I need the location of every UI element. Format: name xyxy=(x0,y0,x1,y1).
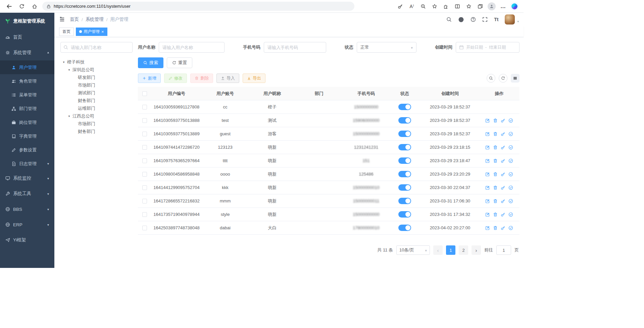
sidebar-item-bbs[interactable]: BBS xyxy=(0,201,54,217)
tree-node[interactable]: 财务部门 xyxy=(60,128,133,135)
password-key-icon[interactable] xyxy=(395,1,405,11)
status-toggle[interactable] xyxy=(398,144,411,150)
row-edit-icon[interactable] xyxy=(485,158,490,163)
zoom-icon[interactable] xyxy=(418,1,428,11)
tree-node[interactable]: 市场部门 xyxy=(60,81,133,89)
caret-down-icon[interactable] xyxy=(67,114,71,118)
row-checkbox[interactable] xyxy=(142,118,147,123)
tree-node[interactable]: 测试部门 xyxy=(60,89,133,97)
copilot-icon[interactable] xyxy=(509,1,519,11)
row-checkbox[interactable] xyxy=(142,105,147,109)
status-toggle[interactable] xyxy=(398,198,411,204)
tree-node[interactable]: 深圳总公司 xyxy=(60,66,133,74)
search-button[interactable]: 搜索 xyxy=(138,57,163,68)
row-reset-password-icon[interactable] xyxy=(501,212,505,217)
row-delete-icon[interactable] xyxy=(493,118,498,123)
row-delete-icon[interactable] xyxy=(493,132,498,136)
back-button[interactable] xyxy=(4,1,14,11)
goto-page-input[interactable] xyxy=(496,245,511,255)
sidebar-item-system[interactable]: 系统管理 xyxy=(0,45,54,60)
date-range-picker[interactable]: 开始日期 - 结束日期 xyxy=(456,42,519,53)
row-assign-role-icon[interactable] xyxy=(508,158,513,163)
breadcrumb-system[interactable]: 系统管理 xyxy=(86,16,104,22)
url-text[interactable]: https://ccnetcore.com:1101/system/user xyxy=(54,4,131,9)
status-toggle[interactable] xyxy=(398,117,411,124)
next-page-button[interactable] xyxy=(472,245,481,255)
row-checkbox[interactable] xyxy=(142,185,147,190)
delete-button[interactable]: 删除 xyxy=(190,74,213,83)
import-button[interactable]: 导入 xyxy=(216,74,239,83)
status-toggle[interactable] xyxy=(398,211,411,218)
date-start-placeholder[interactable]: 开始日期 xyxy=(466,45,483,50)
close-icon[interactable] xyxy=(101,29,104,34)
sidebar-item-erp[interactable]: ERP xyxy=(0,217,54,232)
phone-input[interactable] xyxy=(264,42,326,53)
row-delete-icon[interactable] xyxy=(493,145,498,150)
page-size-select[interactable]: 10条/页 xyxy=(396,245,430,255)
row-delete-icon[interactable] xyxy=(493,212,498,217)
help-icon[interactable] xyxy=(470,17,476,22)
prev-page-button[interactable] xyxy=(433,245,443,255)
sidebar-item-posts[interactable]: 岗位管理 xyxy=(0,115,54,129)
browser-profile-avatar[interactable] xyxy=(487,1,497,11)
row-reset-password-icon[interactable] xyxy=(501,226,505,230)
row-checkbox[interactable] xyxy=(142,158,147,163)
row-delete-icon[interactable] xyxy=(493,185,498,190)
add-favorite-icon[interactable] xyxy=(430,1,440,11)
caret-down-icon[interactable] xyxy=(62,60,66,64)
row-checkbox[interactable] xyxy=(142,172,147,177)
tree-node[interactable]: 橙子科技 xyxy=(60,58,133,66)
dept-search-input[interactable] xyxy=(60,42,133,53)
sidebar-item-depts[interactable]: 部门管理 xyxy=(0,102,54,115)
breadcrumb-home[interactable]: 首页 xyxy=(70,16,79,22)
row-delete-icon[interactable] xyxy=(493,199,498,203)
username-input[interactable] xyxy=(159,42,225,53)
reset-button[interactable]: 重置 xyxy=(167,57,192,68)
split-screen-icon[interactable] xyxy=(452,1,462,11)
tree-node[interactable]: 运维部门 xyxy=(60,104,133,112)
row-assign-role-icon[interactable] xyxy=(508,132,513,136)
status-toggle[interactable] xyxy=(398,157,411,164)
row-checkbox[interactable] xyxy=(142,212,147,217)
row-assign-role-icon[interactable] xyxy=(508,172,513,177)
github-icon[interactable] xyxy=(458,16,464,22)
user-avatar[interactable] xyxy=(505,14,515,25)
font-size-icon[interactable]: Tt xyxy=(494,17,498,22)
status-toggle[interactable] xyxy=(398,104,411,110)
row-reset-password-icon[interactable] xyxy=(501,132,505,136)
sidebar-item-yi-framework[interactable]: Yi框架 xyxy=(0,232,54,248)
row-assign-role-icon[interactable] xyxy=(508,145,513,150)
favorites-bar-icon[interactable] xyxy=(464,1,474,11)
status-toggle[interactable] xyxy=(398,225,411,231)
browser-home-button[interactable] xyxy=(30,1,40,11)
row-delete-icon[interactable] xyxy=(493,226,498,230)
browser-menu-icon[interactable] xyxy=(498,1,508,11)
sidebar-item-dict[interactable]: 字典管理 xyxy=(0,129,54,143)
row-reset-password-icon[interactable] xyxy=(501,118,505,123)
row-assign-role-icon[interactable] xyxy=(508,199,513,203)
page-button-2[interactable]: 2 xyxy=(459,245,468,255)
search-icon[interactable] xyxy=(446,17,452,22)
row-edit-icon[interactable] xyxy=(485,132,490,136)
tree-node[interactable]: 江西总公司 xyxy=(60,112,133,120)
row-assign-role-icon[interactable] xyxy=(508,212,513,217)
column-settings-icon[interactable] xyxy=(511,74,519,83)
row-assign-role-icon[interactable] xyxy=(508,226,513,230)
tree-node[interactable]: 市场部门 xyxy=(60,120,133,128)
extensions-icon[interactable] xyxy=(441,1,451,11)
row-edit-icon[interactable] xyxy=(485,212,490,217)
address-bar[interactable]: https://ccnetcore.com:1101/system/user xyxy=(42,2,354,11)
row-reset-password-icon[interactable] xyxy=(501,199,505,203)
sidebar-item-logs[interactable]: 日志管理 xyxy=(0,157,54,171)
collections-icon[interactable] xyxy=(475,1,485,11)
row-checkbox[interactable] xyxy=(142,199,147,203)
refresh-table-icon[interactable] xyxy=(499,74,507,83)
row-edit-icon[interactable] xyxy=(485,226,490,230)
sidebar-item-menus[interactable]: 菜单管理 xyxy=(0,88,54,102)
collapse-sidebar-icon[interactable] xyxy=(59,16,65,22)
select-all-checkbox[interactable] xyxy=(142,91,147,96)
row-reset-password-icon[interactable] xyxy=(501,185,505,190)
add-button[interactable]: 新增 xyxy=(138,74,161,83)
edit-button[interactable]: 修改 xyxy=(164,74,187,83)
row-delete-icon[interactable] xyxy=(493,158,498,163)
